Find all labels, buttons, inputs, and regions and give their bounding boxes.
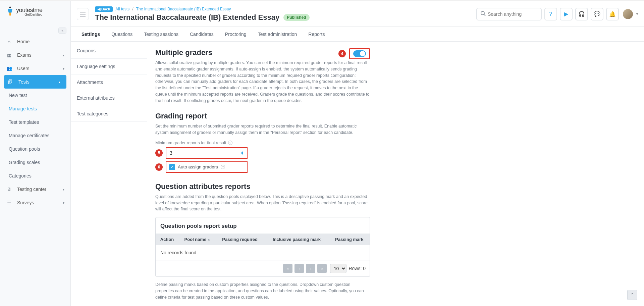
- sidebar-collapse-button[interactable]: «: [58, 28, 66, 34]
- tab-reports[interactable]: Reports: [308, 32, 325, 37]
- annotation-badge-5: 5: [155, 149, 163, 157]
- back-button-label: Back: [101, 7, 110, 11]
- tab-settings[interactable]: Settings: [82, 32, 100, 37]
- double-chevron-up-icon: ⌃: [630, 292, 634, 298]
- tests-icon: 🗐: [7, 79, 13, 85]
- info-icon[interactable]: ?: [228, 141, 232, 145]
- multiple-graders-toggle[interactable]: [353, 50, 366, 57]
- pager-page-size-select[interactable]: 10: [330, 264, 346, 273]
- pager-next-button[interactable]: ›: [306, 264, 315, 273]
- search-box[interactable]: [476, 8, 542, 20]
- col-action[interactable]: Action: [156, 234, 178, 245]
- back-button[interactable]: ◀ Back: [95, 6, 113, 12]
- col-inclusive-passing-mark[interactable]: Inclusive passing mark: [264, 234, 329, 245]
- min-grader-reports-label: Minimum grader reports for final result …: [155, 141, 370, 145]
- tab-proctoring[interactable]: Proctoring: [225, 32, 247, 37]
- help-icon: ?: [549, 11, 552, 17]
- sub-nav-external-attributes[interactable]: External attributes: [71, 90, 147, 106]
- min-grader-reports-input[interactable]: [170, 150, 241, 156]
- tab-questions[interactable]: Questions: [111, 32, 132, 37]
- chevron-down-icon[interactable]: ▾: [636, 12, 638, 16]
- settings-sidebar: Coupons Language settings Attachments Ex…: [71, 42, 147, 306]
- multiple-graders-title: Multiple graders: [155, 48, 212, 57]
- search-input[interactable]: [488, 11, 535, 17]
- tab-testing-sessions[interactable]: Testing sessions: [144, 32, 178, 37]
- nav-categories[interactable]: Categories: [0, 169, 70, 183]
- messages-button[interactable]: 💬: [591, 8, 603, 20]
- sub-nav-attachments[interactable]: Attachments: [71, 74, 147, 90]
- svg-rect-1: [9, 12, 11, 16]
- sub-nav-language-settings[interactable]: Language settings: [71, 59, 147, 74]
- chevron-down-icon: ▾: [63, 67, 64, 70]
- tab-test-administration[interactable]: Test administration: [258, 32, 297, 37]
- nav-tests-label: Tests: [18, 79, 30, 85]
- nav-exams[interactable]: ▦ Exams ▾: [0, 48, 70, 62]
- svg-point-0: [9, 7, 11, 8]
- notifications-button[interactable]: 🔔: [606, 8, 619, 20]
- surveys-icon: ☰: [6, 200, 12, 205]
- question-pools-report-box: Question pools report setup Action Pool …: [155, 217, 370, 277]
- scroll-to-top-button[interactable]: ⌃: [627, 290, 637, 300]
- nav-testing-center[interactable]: 🖥 Testing center ▾: [0, 183, 70, 196]
- sort-icon[interactable]: ↑↓: [208, 238, 209, 242]
- question-pools-report-title: Question pools report setup: [160, 223, 365, 230]
- nav-tests[interactable]: 🗐 Tests ▴: [4, 75, 66, 89]
- decrement-icon[interactable]: ▲: [241, 153, 244, 155]
- question-pools-table: Action Pool name↑↓ Passing required Incl…: [156, 234, 370, 260]
- min-grader-reports-input-wrapper: ▲ ▲: [166, 147, 248, 159]
- nav-manage-tests[interactable]: Manage tests: [0, 102, 70, 115]
- settings-panel: Multiple graders 4 Allows collaborative …: [147, 42, 378, 306]
- nav-surveys-label: Surveys: [17, 200, 34, 205]
- chevron-down-icon: ▾: [63, 188, 64, 191]
- chevron-up-icon: ▴: [59, 80, 60, 84]
- col-pool-name[interactable]: Pool name↑↓: [178, 234, 215, 245]
- brand-logo: youtestme GetCertified: [0, 1, 70, 20]
- exams-icon: ▦: [6, 52, 12, 58]
- custom-properties-note: Define passing marks based on custom pro…: [155, 282, 370, 300]
- top-header: ◀ Back All tests / The International Bac…: [71, 1, 644, 27]
- nav-new-test[interactable]: New test: [0, 89, 70, 102]
- auto-assign-graders-wrapper: ✓ Auto assign graders ?: [166, 161, 248, 173]
- home-icon: ⌂: [6, 39, 12, 44]
- breadcrumb-current[interactable]: The International Baccalaureate (IB) Ext…: [136, 7, 231, 11]
- breadcrumb-all-tests[interactable]: All tests: [115, 7, 129, 11]
- status-badge: Published: [283, 14, 309, 21]
- user-avatar[interactable]: [623, 9, 633, 19]
- nav-home[interactable]: ⌂ Home: [0, 35, 70, 48]
- main-tabs: Settings Questions Testing sessions Cand…: [71, 27, 644, 42]
- play-icon: ▶: [564, 11, 568, 17]
- table-pager: « ‹ › » 10 Rows: 0: [156, 260, 370, 276]
- search-icon: [480, 11, 486, 17]
- nav-manage-certificates[interactable]: Manage certificates: [0, 129, 70, 142]
- col-passing-mark[interactable]: Passing mark: [329, 234, 370, 245]
- tab-candidates[interactable]: Candidates: [190, 32, 214, 37]
- info-icon[interactable]: ?: [221, 165, 225, 169]
- breadcrumb-separator: /: [132, 7, 133, 11]
- nav-surveys[interactable]: ☰ Surveys ▾: [0, 196, 70, 209]
- question-attrs-title: Question attributes reports: [155, 182, 370, 191]
- svg-line-3: [484, 14, 485, 16]
- headset-icon: 🎧: [578, 11, 585, 17]
- col-passing-required[interactable]: Passing required: [215, 234, 265, 245]
- pager-prev-button[interactable]: ‹: [294, 264, 304, 273]
- number-stepper[interactable]: ▲ ▲: [241, 151, 244, 155]
- play-button[interactable]: ▶: [560, 8, 573, 20]
- support-button[interactable]: 🎧: [575, 8, 588, 20]
- nav-testing-center-label: Testing center: [17, 187, 46, 192]
- nav-users[interactable]: 👥 Users ▾: [0, 62, 70, 75]
- chevron-down-icon: ▾: [63, 201, 64, 205]
- pager-first-button[interactable]: «: [283, 264, 292, 273]
- grading-report-desc: Set the minimum number of submitted grad…: [155, 123, 370, 136]
- menu-toggle-button[interactable]: [77, 8, 89, 20]
- nav-grading-scales[interactable]: Grading scales: [0, 156, 70, 169]
- help-button[interactable]: ?: [544, 8, 557, 20]
- sub-nav-test-categories[interactable]: Test categories: [71, 106, 147, 122]
- nav-question-pools[interactable]: Question pools: [0, 142, 70, 156]
- nav-test-templates[interactable]: Test templates: [0, 115, 70, 129]
- sub-nav-coupons[interactable]: Coupons: [71, 43, 147, 59]
- pager-last-button[interactable]: »: [317, 264, 327, 273]
- question-attrs-desc: Questions are added from the question po…: [155, 194, 370, 212]
- auto-assign-graders-checkbox[interactable]: ✓: [169, 164, 175, 170]
- testing-center-icon: 🖥: [6, 187, 12, 192]
- nav-home-label: Home: [17, 39, 30, 44]
